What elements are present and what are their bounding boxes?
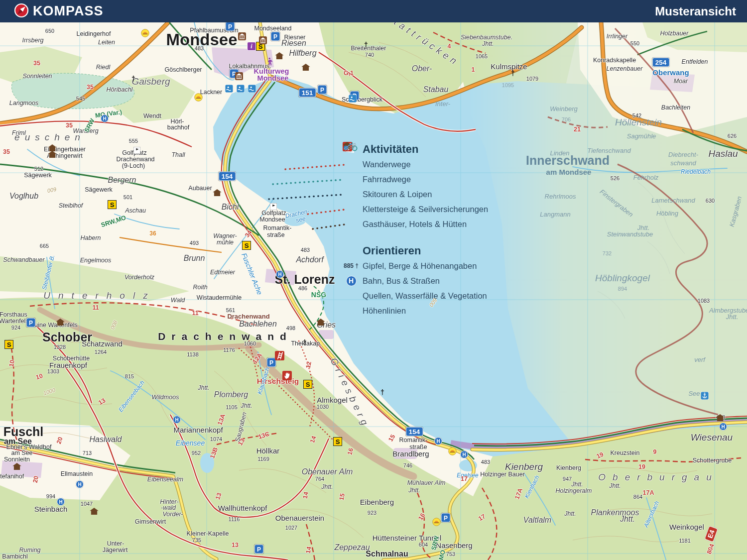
map-label: Holzingeralm xyxy=(556,488,592,494)
map-label: Golfplatz xyxy=(261,210,286,217)
map-label: Eibensee xyxy=(176,440,205,447)
map-label: 1169 xyxy=(257,456,269,462)
map-label: Irrlinger xyxy=(607,33,627,40)
map-label: 706 xyxy=(562,117,571,122)
map-label: Jhtt. xyxy=(321,484,333,490)
map-label: Stabau xyxy=(423,86,449,94)
map-label: Wildmoos xyxy=(152,394,179,401)
map-icon-h: H xyxy=(460,450,468,458)
map-icon-p: P xyxy=(271,32,280,41)
map-label: 1105 xyxy=(226,405,238,410)
map-label: Unter- xyxy=(107,541,124,547)
map-label: Zeppezau xyxy=(334,544,370,552)
map-icon-s: S xyxy=(4,340,13,349)
map-label: Schafbergblick xyxy=(342,97,382,103)
map-icon-p: P xyxy=(226,22,235,31)
map-label: Sägewerk xyxy=(24,172,52,179)
map-icon-s: S xyxy=(242,241,251,250)
map-label: Kienberg xyxy=(505,462,543,471)
map-label: Jhtt. xyxy=(609,483,621,489)
legend-item-label: Bahn, Bus & Straßen xyxy=(363,276,440,286)
map-label: Wendt xyxy=(143,113,161,119)
map-label: schwand xyxy=(670,160,696,166)
map-label: Sonnleitn xyxy=(4,456,30,463)
map-label: 1030 xyxy=(317,404,329,410)
map-label: Weinberg xyxy=(550,106,577,112)
map-label: 1047 xyxy=(81,501,93,507)
map-label: Almkogel xyxy=(317,396,348,404)
legend-item: 885 †Gipfel, Berge & Höhenangaben xyxy=(343,258,488,273)
map-label: Schwandbauer xyxy=(3,257,44,263)
map-label: 1060 xyxy=(244,341,256,346)
map-label: Innerschwand xyxy=(526,154,610,167)
map-label: 15 xyxy=(339,493,346,501)
map-label: 713 xyxy=(83,450,92,456)
map-label: Diebrecht- xyxy=(668,151,698,158)
map-label: 17 xyxy=(461,476,468,482)
map-label: -wald xyxy=(161,505,176,511)
map-label: 1138 xyxy=(187,352,199,357)
map-label: straße xyxy=(267,232,284,238)
map-label: 1027 xyxy=(285,525,297,531)
map-label: Langmoos xyxy=(9,100,38,107)
map-label: 604 xyxy=(419,542,428,548)
map-label: Hilfberg xyxy=(289,49,316,57)
legend-activities-title: Aktivitäten xyxy=(363,142,488,157)
kompass-logo-icon xyxy=(14,3,29,20)
map-icon-s: S xyxy=(333,437,342,446)
map-label: Bichl xyxy=(222,203,239,211)
map-label: Rehrlmoos xyxy=(545,193,576,200)
gipfel-icon: 885 † xyxy=(343,262,360,269)
legend-item-label: Skitouren & Loipen xyxy=(363,190,432,199)
map-label: Leidingerhof xyxy=(77,31,111,37)
map-label: 21 xyxy=(574,126,581,133)
legend-item-label: Höhenlinien xyxy=(363,306,406,316)
map-label: 626 xyxy=(728,133,737,139)
map-label: Aubauer xyxy=(188,185,212,192)
map-label: Haslwald xyxy=(90,436,122,444)
map-label: Wiesenau xyxy=(691,433,733,442)
map-label: Ober- xyxy=(412,65,432,73)
map-label: Höbling xyxy=(656,210,678,217)
legend-item: Fahrradwege xyxy=(343,172,488,187)
map-label: Vorder- xyxy=(163,511,183,518)
map-label: Höllkar xyxy=(256,447,280,454)
legend-item-label: Klettersteige & Seilversicherungen xyxy=(363,205,488,214)
map-icon-p: P xyxy=(26,318,36,328)
map-label: Kulmspitze xyxy=(491,63,527,70)
map-label: 1074 xyxy=(210,437,222,442)
map-label: 1176 xyxy=(223,347,235,353)
map-label: 947 xyxy=(563,476,572,482)
map-label: Lenzenbauer xyxy=(607,66,643,72)
map-label: 665 xyxy=(40,243,49,249)
map-label: Breitenthaler xyxy=(351,45,386,52)
map-label: 1264 xyxy=(95,349,107,355)
map-label: 952 xyxy=(192,450,201,456)
map-icon-p: P xyxy=(318,85,327,95)
legend-item: HBahn, Bus & Straßen xyxy=(343,273,488,288)
map-label: 19 xyxy=(638,464,645,470)
map-label: 501 xyxy=(124,195,132,200)
legend-item-label: Fahrradwege xyxy=(363,175,411,184)
map-label: Riesen xyxy=(281,39,306,47)
map-label: 483 xyxy=(481,459,490,465)
map-label: Wistaudermühle xyxy=(197,295,242,301)
legend-item: Wanderwege xyxy=(343,157,488,172)
map-label: Wartenfels xyxy=(0,318,29,325)
map-label: Jhtt. xyxy=(726,314,739,320)
map-label: Holzinger Bauer xyxy=(480,471,525,478)
map-icon-cross: † xyxy=(303,338,307,346)
map-label: Unterholz xyxy=(43,291,155,300)
map-icon-p: P xyxy=(254,545,264,554)
map-label: Jhtt. xyxy=(564,511,576,517)
map-label: 4 xyxy=(448,43,451,50)
map-label: Hüttensteiner Tunnel xyxy=(373,534,441,542)
map-label: NSG xyxy=(311,291,326,298)
legend-item: Quellen, Wasserfälle & Vegetation xyxy=(343,288,488,303)
map-icon-h: H xyxy=(434,437,442,445)
map-label: Plomberg xyxy=(214,391,248,399)
map-label: Steiblhof xyxy=(59,203,83,209)
map-label: Riedl xyxy=(96,64,111,71)
map-label: 526 xyxy=(611,176,620,181)
map-label: Edtmeier xyxy=(210,269,235,276)
